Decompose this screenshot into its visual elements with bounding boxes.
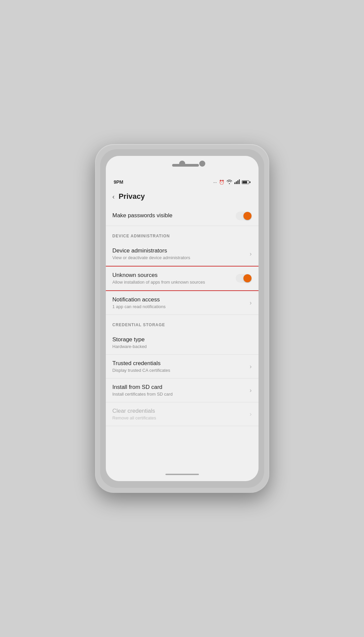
trusted-credentials-item[interactable]: Trusted credentials Display trusted CA c… (106, 355, 259, 379)
item-subtitle: View or deactivate device administrators (113, 255, 247, 260)
item-title: Unknown sources (113, 272, 236, 279)
status-bar: 9PM ··· ⏰ (106, 176, 259, 188)
chevron-icon: › (250, 411, 252, 418)
item-title: Make passwords visible (113, 212, 236, 219)
passwords-toggle[interactable] (236, 212, 252, 220)
svg-rect-0 (234, 182, 235, 184)
device-admin-section-header: DEVICE ADMINISTRATION (106, 226, 259, 242)
page-title: Privacy (119, 192, 145, 201)
item-subtitle: Remove all certificates (113, 415, 247, 420)
svg-rect-3 (239, 179, 240, 184)
item-subtitle: Install certificates from SD card (113, 392, 247, 397)
camera-area (179, 161, 185, 167)
battery-icon (242, 180, 250, 184)
item-subtitle: Allow installation of apps from unknown … (113, 280, 236, 285)
item-title: Notification access (113, 296, 247, 303)
phone-screen: 9PM ··· ⏰ (106, 156, 259, 481)
back-button[interactable]: ‹ (113, 193, 115, 200)
chevron-icon: › (250, 363, 252, 370)
item-text: Unknown sources Allow installation of ap… (113, 272, 236, 285)
item-text: Install from SD card Install certificate… (113, 384, 247, 397)
unknown-sources-item[interactable]: Unknown sources Allow installation of ap… (106, 267, 259, 290)
item-text: Make passwords visible (113, 212, 236, 220)
credential-storage-section-header: CREDENTIAL STORAGE (106, 315, 259, 331)
item-subtitle: Hardware-backed (113, 344, 252, 349)
install-from-sd-card-item[interactable]: Install from SD card Install certificate… (106, 379, 259, 402)
notification-access-item[interactable]: Notification access 1 app can read notif… (106, 291, 259, 315)
phone-frame: 9PM ··· ⏰ (95, 144, 269, 493)
device-admin-label: DEVICE ADMINISTRATION (113, 234, 170, 238)
item-text: Notification access 1 app can read notif… (113, 296, 247, 309)
make-passwords-visible-item[interactable]: Make passwords visible (106, 206, 259, 226)
status-icons: ··· ⏰ (213, 179, 250, 185)
home-bar (106, 468, 259, 481)
phone-top-bar (106, 156, 259, 176)
storage-type-item[interactable]: Storage type Hardware-backed (106, 331, 259, 355)
chevron-icon: › (250, 250, 252, 257)
alarm-icon: ⏰ (219, 180, 224, 185)
dots-icon: ··· (213, 180, 217, 185)
item-text: Storage type Hardware-backed (113, 336, 252, 349)
item-subtitle: Display trusted CA certificates (113, 368, 247, 373)
toggle-knob (243, 212, 251, 220)
chevron-icon: › (250, 387, 252, 394)
status-time: 9PM (114, 179, 124, 185)
camera-dot-right (199, 161, 205, 167)
unknown-sources-toggle[interactable] (236, 274, 252, 283)
item-title: Clear credentials (113, 408, 247, 414)
home-bar-line (165, 474, 199, 475)
device-administrators-item[interactable]: Device administrators View or deactivate… (106, 242, 259, 266)
credential-storage-label: CREDENTIAL STORAGE (113, 323, 165, 327)
signal-icon (234, 179, 240, 185)
page-header: ‹ Privacy (106, 188, 259, 206)
svg-rect-2 (237, 180, 238, 184)
item-title: Install from SD card (113, 384, 247, 391)
phone-inner: 9PM ··· ⏰ (100, 149, 264, 488)
bottom-spacer (106, 426, 259, 436)
item-title: Trusted credentials (113, 360, 247, 367)
chevron-icon: › (250, 299, 252, 306)
wifi-icon (226, 179, 232, 185)
clear-credentials-item[interactable]: Clear credentials Remove all certificate… (106, 402, 259, 426)
item-text: Clear credentials Remove all certificate… (113, 408, 247, 420)
item-text: Device administrators View or deactivate… (113, 247, 247, 260)
speaker-bar (172, 164, 199, 167)
item-text: Trusted credentials Display trusted CA c… (113, 360, 247, 373)
item-subtitle: 1 app can read notifications (113, 304, 247, 309)
svg-rect-1 (236, 181, 237, 184)
item-title: Storage type (113, 336, 252, 343)
item-title: Device administrators (113, 247, 247, 254)
screen-content[interactable]: Make passwords visible DEVICE ADMINISTRA… (106, 206, 259, 468)
toggle-knob (243, 274, 251, 282)
